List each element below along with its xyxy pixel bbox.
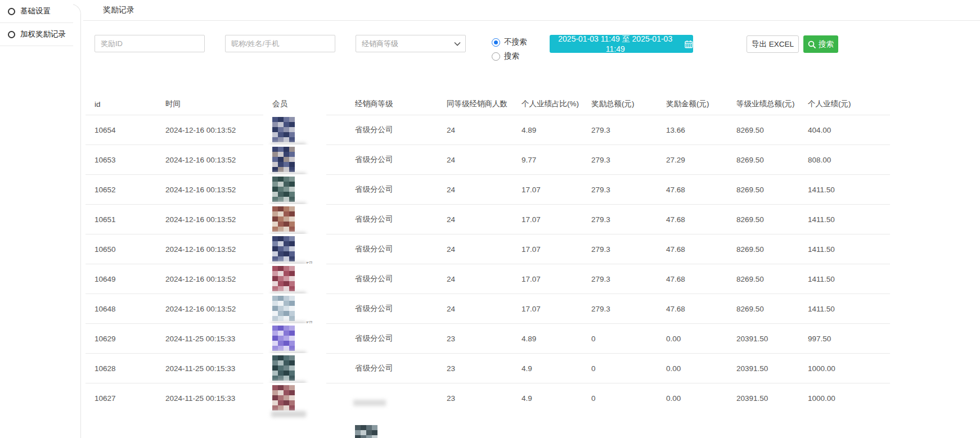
member-name-blurred xyxy=(271,411,306,417)
cell-personal-total: 1000.00 xyxy=(806,354,890,383)
cell-dealer-level: 省级分公司 xyxy=(353,145,444,175)
cell-level-total: 8269.50 xyxy=(734,264,806,294)
cell-time: 2024-11-25 00:15:33 xyxy=(163,383,270,413)
cell-reward-total: 279.3 xyxy=(589,294,664,324)
cell-reward-amount: 47.68 xyxy=(664,234,734,264)
cell-id: 10629 xyxy=(86,324,163,354)
cell-personal-ratio: 17.07 xyxy=(519,234,589,264)
cell-personal-total: 1411.50 xyxy=(806,175,890,205)
member-avatar xyxy=(272,266,295,291)
cell-member xyxy=(270,145,353,175)
nickname-name-phone-input[interactable] xyxy=(225,35,335,52)
cell-time: 2024-12-16 00:13:52 xyxy=(163,175,270,205)
sidebar-item-basic-settings[interactable]: 基础设置 xyxy=(0,0,73,23)
dealer-level-select-value: 经销商等级 xyxy=(362,39,398,49)
cell-same-level-count: 24 xyxy=(444,115,519,145)
radio-circle-icon xyxy=(8,8,15,15)
table-row: 10653 2024-12-16 00:13:52 省级分公司 24 9.77 … xyxy=(86,145,890,175)
reward-records-table: id时间会员经销商等级同等级经销商人数个人业绩占比(%)奖励总额(元)奖励金额(… xyxy=(86,96,890,413)
cell-personal-total: 1411.50 xyxy=(806,294,890,324)
radio-circle-icon xyxy=(8,31,15,38)
table-row: 10649 2024-12-16 00:13:52 省级分公司 24 17.07… xyxy=(86,264,890,294)
page-header: 奖励记录 xyxy=(83,0,980,21)
cell-personal-ratio: 4.89 xyxy=(519,115,589,145)
cell-same-level-count: 24 xyxy=(444,234,519,264)
cell-same-level-count: 24 xyxy=(444,294,519,324)
cell-id: 10628 xyxy=(86,354,163,383)
sidebar-item-weighted-reward-records[interactable]: 加权奖励记录 xyxy=(0,23,73,46)
cell-level-total: 8269.50 xyxy=(734,175,806,205)
cell-same-level-count: 24 xyxy=(444,145,519,175)
sidebar: 基础设置 加权奖励记录 xyxy=(0,0,73,438)
column-header: 奖励总额(元) xyxy=(589,96,664,115)
cell-time: 2024-12-16 00:13:52 xyxy=(163,294,270,324)
cell-reward-amount: 47.68 xyxy=(664,294,734,324)
cell-personal-total: 1000.00 xyxy=(806,383,890,413)
cell-reward-amount: 0.00 xyxy=(664,354,734,383)
radio-unselected-icon xyxy=(492,52,500,61)
reward-id-input[interactable] xyxy=(95,35,205,52)
export-excel-button[interactable]: 导出 EXCEL xyxy=(747,35,799,53)
cell-id: 10653 xyxy=(86,145,163,175)
cell-time: 2024-12-16 00:13:52 xyxy=(163,205,270,234)
member-avatar-partial xyxy=(355,425,377,438)
search-button[interactable]: 搜索 xyxy=(803,35,838,53)
cell-member: 码... xyxy=(270,234,353,264)
sidebar-item-label: 基础设置 xyxy=(20,6,51,16)
column-header: 会员 xyxy=(270,96,353,115)
cell-reward-total: 279.3 xyxy=(589,145,664,175)
cell-same-level-count: 24 xyxy=(444,205,519,234)
table-row: 10648 2024-12-16 00:13:52 码... 省级分公司 24 … xyxy=(86,294,890,324)
table-row: 10654 2024-12-16 00:13:52 省级分公司 24 4.89 … xyxy=(86,115,890,145)
cell-personal-total: 808.00 xyxy=(806,145,890,175)
cell-personal-total: 997.50 xyxy=(806,324,890,354)
column-header: 时间 xyxy=(163,96,270,115)
table-row: 10628 2024-11-25 00:15:33 省级分公司 23 4.9 0… xyxy=(86,354,890,383)
cell-member xyxy=(270,115,353,145)
cell-level-total: 8269.50 xyxy=(734,234,806,264)
cell-dealer-level: 省级分公司 xyxy=(353,205,444,234)
column-header: 经销商等级 xyxy=(353,96,444,115)
dealer-level-select[interactable]: 经销商等级 xyxy=(356,35,466,52)
cell-personal-total: 1411.50 xyxy=(806,234,890,264)
date-range-text: 2025-01-03 11:49 至 2025-01-03 11:49 xyxy=(550,34,681,53)
cell-personal-total: 404.00 xyxy=(806,115,890,145)
page-title: 奖励记录 xyxy=(83,5,134,15)
cell-id: 10648 xyxy=(86,294,163,324)
column-header: id xyxy=(86,96,163,115)
cell-reward-amount: 13.66 xyxy=(664,115,734,145)
cell-dealer-level: 省级分公司 xyxy=(353,354,444,383)
cell-reward-amount: 0.00 xyxy=(664,383,734,413)
cell-personal-ratio: 17.07 xyxy=(519,264,589,294)
table-row: 10629 2024-11-25 00:15:33 省级分公司 23 4.89 … xyxy=(86,324,890,354)
cell-member xyxy=(270,205,353,234)
table-row: 10650 2024-12-16 00:13:52 码... 省级分公司 24 … xyxy=(86,234,890,264)
member-avatar xyxy=(272,177,295,202)
cell-time: 2024-12-16 00:13:52 xyxy=(163,115,270,145)
cell-personal-ratio: 4.89 xyxy=(519,324,589,354)
member-avatar xyxy=(272,117,295,142)
cell-member: 码... xyxy=(270,294,353,324)
date-range-picker-button[interactable]: 2025-01-03 11:49 至 2025-01-03 11:49 xyxy=(550,35,693,53)
column-header: 个人业绩(元) xyxy=(806,96,890,115)
cell-personal-ratio: 4.9 xyxy=(519,354,589,383)
cell-reward-amount: 0.00 xyxy=(664,324,734,354)
table-body: 10654 2024-12-16 00:13:52 省级分公司 24 4.89 … xyxy=(86,115,890,413)
cell-same-level-count: 23 xyxy=(444,354,519,383)
cell-reward-total: 279.3 xyxy=(589,205,664,234)
cell-member xyxy=(270,383,353,413)
search-icon xyxy=(808,40,816,48)
cell-member xyxy=(270,264,353,294)
cell-personal-total: 1411.50 xyxy=(806,264,890,294)
calendar-icon xyxy=(685,40,693,48)
table-header-row: id时间会员经销商等级同等级经销商人数个人业绩占比(%)奖励总额(元)奖励金额(… xyxy=(86,96,890,115)
cell-member xyxy=(270,324,353,354)
cell-dealer-level: 省级分公司 xyxy=(353,175,444,205)
table-row: 10652 2024-12-16 00:13:52 省级分公司 24 17.07… xyxy=(86,175,890,205)
cell-same-level-count: 24 xyxy=(444,264,519,294)
cell-reward-total: 279.3 xyxy=(589,264,664,294)
chevron-down-icon xyxy=(454,42,461,46)
member-avatar xyxy=(272,296,295,321)
cell-personal-ratio: 17.07 xyxy=(519,175,589,205)
cell-personal-total: 1411.50 xyxy=(806,205,890,234)
